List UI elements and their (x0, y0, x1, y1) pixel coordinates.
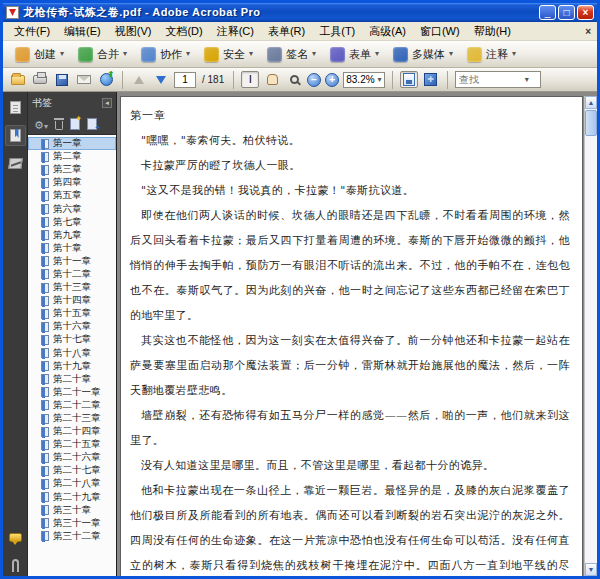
scrollbar-thumb[interactable] (585, 110, 597, 136)
page-number-input[interactable] (174, 72, 196, 88)
forms-button[interactable]: 表单▾ (326, 44, 383, 65)
bookmark-item[interactable]: 第四章 (28, 176, 116, 189)
bookmark-item[interactable]: 第五章 (28, 189, 116, 202)
bookmark-item[interactable]: 第二十八章 (28, 477, 116, 490)
previous-page-button[interactable] (130, 71, 148, 88)
bookmark-page-icon (41, 479, 49, 489)
bookmark-item[interactable]: 第二十章 (28, 373, 116, 386)
bookmark-label: 第十六章 (53, 320, 91, 333)
bookmark-item[interactable]: 第十八章 (28, 347, 116, 360)
security-button[interactable]: 安全▾ (200, 44, 257, 65)
bookmark-item[interactable]: 第三章 (28, 163, 116, 176)
zoom-level-select[interactable]: 83.2% ▾ (343, 72, 384, 88)
comment-button[interactable]: 注释▾ (463, 44, 520, 65)
find-box[interactable]: ▾ (455, 71, 541, 88)
bookmark-item[interactable]: 第二章 (28, 150, 116, 163)
multimedia-icon (393, 47, 408, 62)
collapse-panel-button[interactable]: ◂ (102, 98, 112, 108)
bookmark-item[interactable]: 第十六章 (28, 320, 116, 333)
save-button[interactable] (53, 71, 71, 88)
sign-button[interactable]: 签名▾ (263, 44, 320, 65)
comments-panel-button[interactable] (5, 527, 26, 548)
scroll-up-icon[interactable]: ▲ (585, 96, 597, 109)
menu-item[interactable]: 表单(R) (261, 22, 312, 41)
menu-item[interactable]: 文档(D) (158, 22, 209, 41)
bookmark-item[interactable]: 第十七章 (28, 333, 116, 346)
bookmark-item[interactable]: 第二十九章 (28, 491, 116, 504)
bookmark-item[interactable]: 第三十二章 (28, 530, 116, 543)
menu-item[interactable]: 视图(V) (108, 22, 159, 41)
fullscreen-button[interactable]: ✛ (422, 71, 440, 88)
bookmark-item[interactable]: 第二十一章 (28, 386, 116, 399)
menu-item[interactable]: 窗口(W) (413, 22, 467, 41)
pages-panel-button[interactable] (5, 97, 26, 118)
vertical-scrollbar[interactable]: ▲ ▼ (584, 96, 597, 576)
combine-button[interactable]: 合并▾ (74, 44, 131, 65)
bookmark-page-icon (41, 217, 49, 227)
find-options-caret-icon[interactable]: ▾ (525, 76, 529, 84)
bookmark-options-button[interactable]: ⚙▾ (34, 115, 48, 133)
scroll-down-icon[interactable]: ▼ (585, 563, 597, 576)
open-file-button[interactable] (9, 71, 27, 88)
close-button[interactable]: × (577, 5, 594, 20)
bookmark-item[interactable]: 第十五章 (28, 307, 116, 320)
bookmark-item[interactable]: 第二十四章 (28, 425, 116, 438)
bookmark-item[interactable]: 第十四章 (28, 294, 116, 307)
bookmark-item[interactable]: 第三十一章 (28, 517, 116, 530)
expand-bookmark-icon[interactable] (87, 118, 97, 130)
bookmark-item[interactable]: 第二十七章 (28, 464, 116, 477)
multimedia-button[interactable]: 多媒体▾ (389, 44, 457, 65)
new-bookmark-icon[interactable] (70, 118, 80, 130)
bookmark-item[interactable]: 第十章 (28, 242, 116, 255)
minimize-button[interactable]: _ (539, 5, 556, 20)
bookmark-item[interactable]: 第七章 (28, 216, 116, 229)
menu-item[interactable]: 高级(A) (362, 22, 413, 41)
bookmarks-panel-button[interactable] (5, 125, 26, 146)
zoom-out-button[interactable]: − (307, 73, 321, 87)
print-button[interactable] (31, 71, 49, 88)
menu-item[interactable]: 帮助(H) (467, 22, 518, 41)
delete-bookmark-icon[interactable] (55, 121, 63, 130)
next-page-button[interactable] (152, 71, 170, 88)
menu-item[interactable]: 编辑(E) (57, 22, 108, 41)
bookmark-item[interactable]: 第三十章 (28, 504, 116, 517)
bookmark-label: 第六章 (53, 203, 82, 216)
find-input[interactable] (459, 74, 525, 85)
bookmark-item[interactable]: 第二十三章 (28, 412, 116, 425)
bookmark-item[interactable]: 第六章 (28, 202, 116, 215)
create-button[interactable]: 创建▾ (11, 44, 68, 65)
bookmark-item[interactable]: 第九章 (28, 229, 116, 242)
collaborate-button[interactable]: 协作▾ (137, 44, 194, 65)
maximize-button[interactable]: □ (558, 5, 575, 20)
bookmark-item[interactable]: 第二十二章 (28, 399, 116, 412)
menu-item[interactable]: 文件(F) (7, 22, 57, 41)
bookmark-item[interactable]: 第二十六章 (28, 451, 116, 464)
marquee-zoom-button[interactable] (285, 71, 303, 88)
close-document-icon[interactable]: × (585, 26, 591, 37)
save-icon (56, 74, 68, 86)
bookmark-item[interactable]: 第十九章 (28, 360, 116, 373)
signatures-panel-button[interactable] (5, 153, 26, 174)
email-button[interactable] (75, 71, 93, 88)
menu-item[interactable]: 工具(T) (312, 22, 362, 41)
bookmark-item[interactable]: 第二十五章 (28, 438, 116, 451)
bookmark-item[interactable]: 第十一章 (28, 255, 116, 268)
hand-tool-button[interactable] (263, 71, 281, 88)
bookmarks-toolbar: ⚙▾ (28, 113, 116, 135)
upload-web-button[interactable] (97, 71, 115, 88)
zoom-in-button[interactable]: + (325, 73, 339, 87)
document-pane: 第一章 "嘿嘿，"泰索何夫。柏伏特说。卡拉蒙严厉的瞪了坎德人一眼。"这又不是我的… (117, 92, 597, 576)
scrollbar-track[interactable] (585, 109, 597, 563)
bookmark-item[interactable]: 第十三章 (28, 281, 116, 294)
bookmark-page-icon (41, 466, 49, 476)
menu-item[interactable]: 注释(C) (210, 22, 261, 41)
fit-width-button[interactable] (400, 71, 418, 88)
chevron-down-icon: ▾ (449, 50, 453, 58)
bookmark-label: 第九章 (53, 229, 82, 242)
attachments-panel-button[interactable] (5, 555, 26, 576)
bookmark-item[interactable]: 第一章 (28, 137, 116, 150)
select-tool-icon: Ⅰ (249, 73, 252, 86)
sign-label: 签名 (286, 47, 308, 62)
bookmark-item[interactable]: 第十二章 (28, 268, 116, 281)
select-tool-button[interactable]: Ⅰ (241, 71, 259, 88)
